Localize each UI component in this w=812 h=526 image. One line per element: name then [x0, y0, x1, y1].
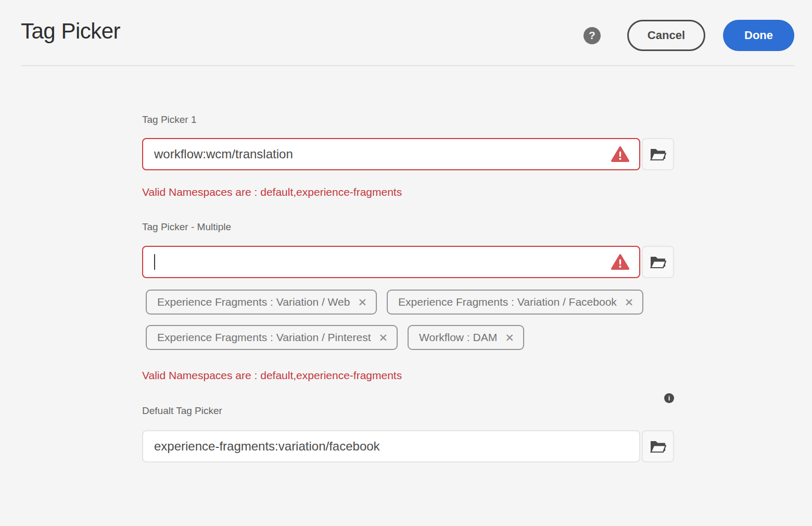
folder-icon — [650, 148, 666, 161]
field-tag-picker-1: Tag Picker 1 Valid Namespaces are : defa… — [142, 114, 674, 198]
dialog-body: Tag Picker 1 Valid Namespaces are : defa… — [142, 114, 674, 462]
folder-icon — [650, 440, 666, 453]
header-actions: ? Cancel Done — [583, 20, 794, 51]
tag-chip-label: Experience Fragments : Variation / Web — [157, 296, 350, 308]
browse-tags-button[interactable] — [642, 138, 674, 170]
remove-tag-icon[interactable]: ✕ — [378, 332, 388, 343]
tag-chip-label: Experience Fragments : Variation / Faceb… — [398, 296, 617, 308]
field-tag-picker-multiple: Tag Picker - Multiple Experience — [142, 221, 674, 382]
header-divider — [21, 65, 794, 66]
tag-picker-1-input[interactable] — [142, 138, 640, 170]
help-icon[interactable]: ? — [583, 27, 601, 44]
tag-chip: Experience Fragments : Variation / Web ✕ — [146, 290, 377, 315]
tag-chip: Experience Fragments : Variation / Pinte… — [146, 325, 398, 350]
remove-tag-icon[interactable]: ✕ — [505, 332, 514, 343]
tag-chip: Workflow : DAM ✕ — [408, 325, 524, 350]
dialog-header: Tag Picker ? Cancel Done — [0, 0, 812, 66]
done-button[interactable]: Done — [723, 20, 794, 51]
warning-icon — [611, 254, 630, 270]
info-row: i — [142, 393, 674, 403]
browse-tags-button[interactable] — [642, 246, 674, 278]
field-default-tag-picker: Defualt Tag Picker — [142, 405, 674, 462]
folder-icon — [650, 256, 666, 269]
tag-chip-label: Workflow : DAM — [419, 331, 497, 344]
remove-tag-icon[interactable]: ✕ — [625, 297, 634, 308]
validation-error: Valid Namespaces are : default,experienc… — [142, 185, 674, 198]
tag-chip-label: Experience Fragments : Variation / Pinte… — [157, 331, 371, 344]
remove-tag-icon[interactable]: ✕ — [358, 297, 367, 308]
info-icon[interactable]: i — [664, 393, 674, 403]
field-label: Tag Picker 1 — [142, 114, 674, 126]
field-label: Defualt Tag Picker — [142, 405, 674, 417]
warning-icon — [611, 146, 630, 162]
tag-picker-multiple-input[interactable] — [142, 246, 640, 278]
cancel-button[interactable]: Cancel — [627, 20, 705, 51]
default-tag-picker-input[interactable] — [142, 430, 640, 462]
validation-error: Valid Namespaces are : default,experienc… — [142, 369, 674, 382]
selected-tags-list: Experience Fragments : Variation / Web ✕… — [142, 290, 674, 350]
field-label: Tag Picker - Multiple — [142, 221, 674, 233]
text-cursor — [154, 254, 155, 270]
tag-chip: Experience Fragments : Variation / Faceb… — [387, 290, 643, 315]
page-title: Tag Picker — [21, 19, 120, 44]
browse-tags-button[interactable] — [642, 430, 674, 462]
